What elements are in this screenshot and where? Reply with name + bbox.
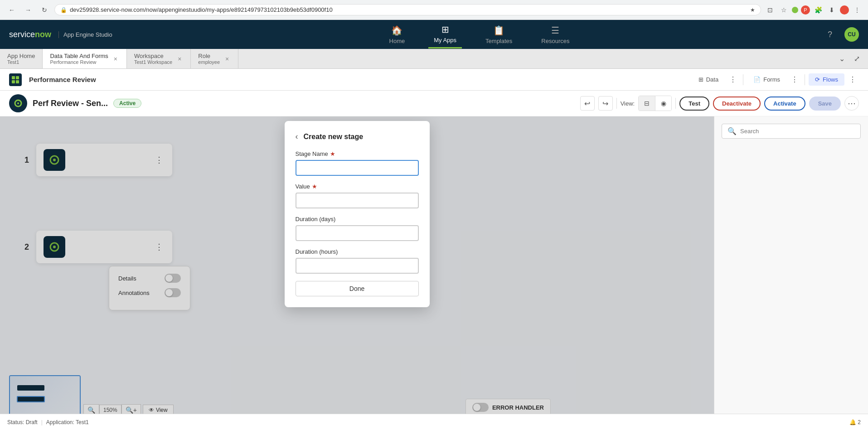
download-icon[interactable]: ⬇ <box>826 5 837 15</box>
url-bar[interactable]: 🔒 dev259928.service-now.com/now/appengin… <box>54 4 761 15</box>
tab-workspace-line1: Workspace <box>134 53 172 59</box>
tab-overflow-btn[interactable]: ⌄ <box>836 53 848 65</box>
duration-hours-input[interactable] <box>296 258 419 274</box>
tab-app-home[interactable]: App Home Test1 <box>0 49 43 68</box>
main-content: 1 ⋮ 2 ⋮ <box>0 116 868 430</box>
status-divider: | <box>41 419 43 425</box>
profile-icon[interactable] <box>840 5 849 14</box>
done-btn[interactable]: Done <box>296 281 419 296</box>
circle-icon <box>792 7 798 13</box>
tab-app-home-title: App Home Test1 <box>7 53 35 65</box>
view-flow-btn[interactable]: ◉ <box>655 96 671 111</box>
tab-app-home-line1: App Home <box>7 53 35 59</box>
tab-bar: App Home Test1 Data Table And Forms Perf… <box>0 49 868 69</box>
header-right: ? CU <box>823 27 859 42</box>
modal-overlay: ‹ Create new stage Stage Name ★ Value ★ <box>0 116 714 430</box>
tab-role-title: Role employee <box>198 53 220 65</box>
help-icon[interactable]: ? <box>823 27 837 42</box>
tab-overflow: ⌄ ⤢ <box>831 49 868 68</box>
nav-my-apps[interactable]: ⊞ My Apps <box>428 20 462 48</box>
toolbar-divider1 <box>616 98 617 109</box>
browser-actions: ⊡ ☆ P 🧩 ⬇ ⋮ <box>765 5 863 15</box>
flows-section-label: Flows <box>823 76 838 83</box>
stage-name-group: Stage Name ★ <box>296 150 419 176</box>
toolbar-divider2 <box>675 98 676 109</box>
svg-rect-1 <box>16 76 19 79</box>
nav-templates[interactable]: 📋 Templates <box>480 21 518 48</box>
app-icon <box>9 94 27 112</box>
more-btn[interactable]: ⋯ <box>844 96 859 111</box>
browser-chrome: ← → ↻ 🔒 dev259928.service-now.com/now/ap… <box>0 0 868 20</box>
value-input[interactable] <box>296 193 419 208</box>
search-box[interactable]: 🔍 <box>722 124 861 139</box>
divider2 <box>805 74 805 85</box>
nav-home-label: Home <box>389 38 405 44</box>
duration-days-label-text: Duration (days) <box>296 216 336 222</box>
studio-label: App Engine Studio <box>58 31 112 38</box>
search-icon: 🔍 <box>727 127 737 135</box>
search-input[interactable] <box>740 128 855 135</box>
save-btn[interactable]: Save <box>809 97 841 111</box>
activate-btn[interactable]: Activate <box>764 97 805 111</box>
duration-days-input[interactable] <box>296 225 419 241</box>
undo-btn[interactable]: ↩ <box>580 96 595 111</box>
duration-hours-group: Duration (hours) <box>296 248 419 274</box>
stage-name-input[interactable] <box>296 160 419 176</box>
avatar[interactable]: CU <box>844 27 859 42</box>
data-section-btn[interactable]: ⊞ Data <box>692 73 725 86</box>
tab-data-table[interactable]: Data Table And Forms Performance Review … <box>43 49 127 68</box>
stage-name-required: ★ <box>330 150 335 157</box>
forms-section-btn[interactable]: 📄 Forms <box>747 73 786 86</box>
tab-workspace-close[interactable]: × <box>176 54 183 63</box>
app-title: Perf Review - Sen... <box>33 99 108 108</box>
modal-back-btn[interactable]: ‹ <box>296 132 298 141</box>
view-grid-btn[interactable]: ⊟ <box>639 96 655 111</box>
tab-data-table-close[interactable]: × <box>112 54 119 63</box>
sub-header-title: Performance Review <box>29 76 96 83</box>
app-text: Application: Test1 <box>46 419 89 425</box>
duration-days-group: Duration (days) <box>296 216 419 241</box>
tab-role-line2: employee <box>198 59 220 65</box>
duration-hours-label: Duration (hours) <box>296 248 419 255</box>
sub-header-icon <box>9 73 22 86</box>
notification-count: 2 <box>858 419 861 425</box>
tab-workspace-line2: Test1 Workspace <box>134 59 172 65</box>
header-nav: 🏠 Home ⊞ My Apps 📋 Templates ☰ Resources <box>136 20 823 48</box>
flows-section-btn[interactable]: ⟳ Flows <box>809 73 844 86</box>
home-icon: 🏠 <box>391 25 402 36</box>
star-icon[interactable]: ☆ <box>778 5 789 15</box>
data-more-btn[interactable]: ⋮ <box>727 73 739 86</box>
perf-toolbar: Perf Review - Sen... Active ↩ ↪ View: ⊟ … <box>0 91 868 116</box>
test-btn[interactable]: Test <box>679 97 709 111</box>
toolbar-right: ↩ ↪ View: ⊟ ◉ Test Deactivate Activate S… <box>580 96 859 111</box>
tab-role[interactable]: Role employee × <box>191 49 238 68</box>
tab-data-table-line1: Data Table And Forms <box>50 53 108 59</box>
tab-data-table-line2: Performance Review <box>50 59 108 65</box>
forward-button[interactable]: → <box>22 4 34 16</box>
flows-more-btn[interactable]: ⋮ <box>846 73 859 86</box>
reload-button[interactable]: ↻ <box>38 4 51 16</box>
tab-role-close[interactable]: × <box>223 54 231 63</box>
redo-btn[interactable]: ↪ <box>598 96 613 111</box>
sub-header: Performance Review ⊞ Data ⋮ 📄 Forms ⋮ ⟳ … <box>0 69 868 91</box>
logo-area: servicenow App Engine Studio <box>9 30 136 39</box>
forms-section-label: Forms <box>763 76 780 83</box>
back-button[interactable]: ← <box>5 4 18 16</box>
nav-resources[interactable]: ☰ Resources <box>536 21 575 48</box>
svg-point-5 <box>17 102 19 104</box>
url-text: dev259928.service-now.com/now/appengines… <box>70 6 747 13</box>
tab-expand-btn[interactable]: ⤢ <box>851 53 863 65</box>
menu-icon[interactable]: ⋮ <box>852 5 863 15</box>
forms-more-btn[interactable]: ⋮ <box>788 73 801 86</box>
ext-icon[interactable]: 🧩 <box>813 5 824 15</box>
modal-title: Create new stage <box>304 133 364 141</box>
right-panel: 🔍 <box>714 116 868 430</box>
tab-workspace[interactable]: Workspace Test1 Workspace × <box>127 49 191 68</box>
value-required: ★ <box>312 183 317 190</box>
translate-icon[interactable]: ⊡ <box>765 5 776 15</box>
svg-rect-2 <box>12 80 15 83</box>
flow-canvas[interactable]: 1 ⋮ 2 ⋮ <box>0 116 714 430</box>
deactivate-btn[interactable]: Deactivate <box>713 97 761 111</box>
nav-home[interactable]: 🏠 Home <box>384 21 411 48</box>
value-label-text: Value <box>296 183 310 190</box>
